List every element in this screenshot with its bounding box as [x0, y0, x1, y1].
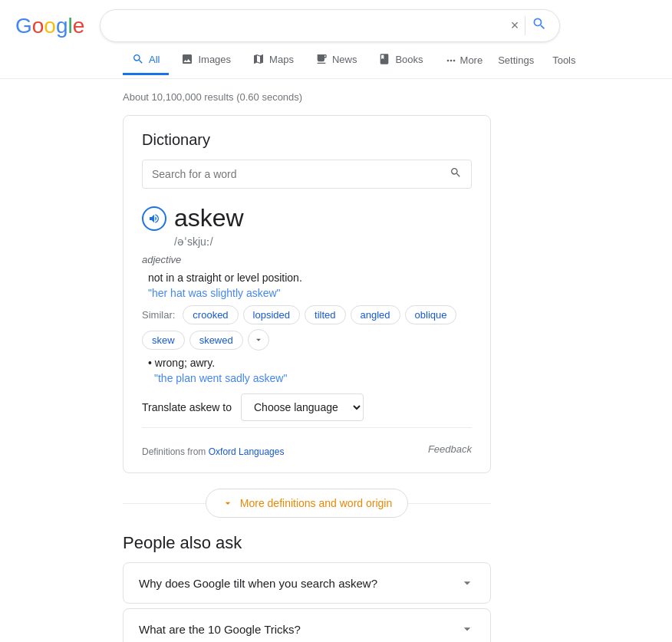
- map-icon: [252, 53, 265, 65]
- paa-item-1[interactable]: Why does Google tilt when you search ask…: [123, 562, 491, 604]
- search-bar: askew ×: [100, 9, 560, 42]
- similar-tag-lopsided[interactable]: lopsided: [243, 305, 300, 324]
- paa-item-2[interactable]: What are the 10 Google Tricks?: [123, 608, 491, 642]
- divider-line-right: [408, 503, 491, 504]
- similar-tag-tilted[interactable]: tilted: [305, 305, 345, 324]
- chevron-down-icon: [222, 497, 234, 509]
- similar-tag-skew[interactable]: skew: [142, 331, 185, 350]
- feedback-row: Feedback: [428, 443, 472, 455]
- tab-images[interactable]: Images: [172, 45, 240, 75]
- speaker-button[interactable]: [142, 206, 166, 231]
- results-count: About 10,100,000 results (0.60 seconds): [123, 91, 491, 103]
- settings-link[interactable]: Settings: [495, 47, 537, 74]
- example-1: "her hat was slightly askew": [142, 287, 472, 299]
- main-content: About 10,100,000 results (0.60 seconds) …: [0, 79, 614, 642]
- google-logo[interactable]: Google: [15, 14, 84, 38]
- paa-question-2: What are the 10 Google Tricks?: [139, 623, 301, 636]
- tab-maps[interactable]: Maps: [243, 45, 303, 75]
- dictionary-search-icon: [450, 166, 462, 182]
- paa-question-1: Why does Google tilt when you search ask…: [139, 577, 377, 590]
- definitions-source: Definitions from Oxford Languages: [142, 446, 284, 457]
- news-icon: [315, 53, 328, 65]
- paa-title: People also ask: [123, 533, 491, 553]
- search-icon: [132, 53, 144, 65]
- translate-row: Translate askew to Choose language: [142, 393, 472, 421]
- tab-all[interactable]: All: [123, 45, 169, 75]
- tab-news[interactable]: News: [306, 45, 367, 75]
- chevron-down-icon: [460, 621, 475, 637]
- similar-tag-crooked[interactable]: crooked: [183, 305, 238, 324]
- divider-line-left: [123, 503, 206, 504]
- chevron-down-icon: [253, 334, 264, 345]
- clear-button[interactable]: ×: [505, 18, 525, 34]
- nav-tabs: All Images Maps News Books More Settings…: [0, 42, 672, 79]
- similar-tag-skewed[interactable]: skewed: [189, 331, 243, 350]
- search-input[interactable]: askew: [113, 19, 504, 33]
- example-2: "the plan went sadly askew": [142, 372, 472, 384]
- expand-similar-button[interactable]: [248, 329, 269, 351]
- oxford-languages-link[interactable]: Oxford Languages: [209, 446, 285, 457]
- definition-1: not in a straight or level position.: [142, 272, 472, 284]
- book-icon: [378, 53, 390, 65]
- nav-right: Settings Tools: [495, 47, 578, 74]
- similar-tag-oblique[interactable]: oblique: [405, 305, 457, 324]
- image-icon: [181, 53, 193, 65]
- more-definitions-section: More definitions and word origin: [123, 489, 491, 518]
- search-bar-wrapper: askew ×: [100, 9, 560, 42]
- definition-2: wrong; awry.: [142, 357, 472, 369]
- header: Google askew ×: [0, 0, 672, 42]
- more-dots-icon: [445, 54, 457, 67]
- divider: [142, 427, 472, 428]
- part-of-speech: adjective: [142, 254, 472, 265]
- search-button[interactable]: [525, 16, 547, 35]
- phonetic: /əˈskjuː/: [174, 235, 472, 248]
- similar-label: Similar:: [142, 309, 175, 321]
- similar-tag-angled[interactable]: angled: [351, 305, 400, 324]
- language-select[interactable]: Choose language: [241, 393, 364, 421]
- tab-books[interactable]: Books: [369, 45, 432, 75]
- word-title: askew: [174, 204, 244, 232]
- tools-link[interactable]: Tools: [549, 47, 578, 74]
- word-header: askew: [142, 204, 472, 232]
- dictionary-search-bar: [142, 160, 472, 189]
- tab-more[interactable]: More: [436, 47, 492, 74]
- people-also-ask-section: People also ask Why does Google tilt whe…: [123, 533, 491, 642]
- search-icon: [532, 16, 547, 31]
- speaker-icon: [148, 212, 160, 225]
- more-definitions-button[interactable]: More definitions and word origin: [206, 489, 408, 518]
- dictionary-card: Dictionary askew /əˈskjuː/ adjective not…: [123, 115, 491, 473]
- dictionary-search-input[interactable]: [152, 168, 450, 180]
- dictionary-title: Dictionary: [142, 131, 472, 149]
- translate-label: Translate askew to: [142, 401, 232, 413]
- feedback-link[interactable]: Feedback: [428, 443, 472, 455]
- similar-row: Similar: crooked lopsided tilted angled …: [142, 305, 472, 351]
- chevron-down-icon: [460, 575, 475, 591]
